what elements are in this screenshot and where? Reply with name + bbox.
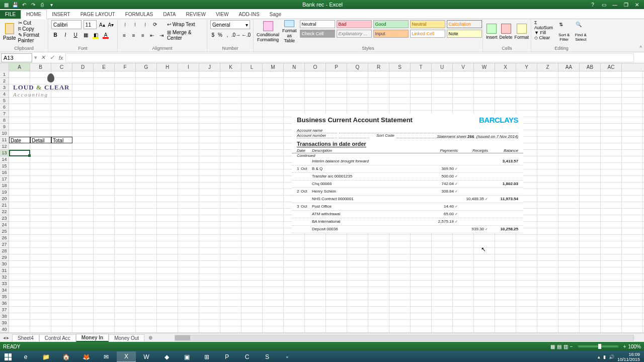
col-header-G[interactable]: G bbox=[136, 63, 157, 71]
taskbar-app2-icon[interactable]: ▣ bbox=[177, 351, 196, 362]
taskbar-skype-icon[interactable]: S bbox=[258, 351, 277, 362]
tab-view[interactable]: VIEW bbox=[211, 10, 234, 19]
format-painter-button[interactable]: ✎ Format Painter bbox=[18, 32, 45, 43]
col-header-Q[interactable]: Q bbox=[347, 63, 368, 71]
row-header-31[interactable]: 31 bbox=[0, 267, 9, 274]
taskbar-app1-icon[interactable]: ◆ bbox=[157, 351, 176, 362]
sheet-tab-money-out[interactable]: Money Out bbox=[109, 334, 144, 341]
help-icon[interactable]: ? bbox=[588, 1, 598, 9]
cells-area[interactable]: LOUD & CLEAR Accounting Date Detail Tota… bbox=[9, 71, 644, 333]
tab-page-layout[interactable]: PAGE LAYOUT bbox=[75, 10, 120, 19]
row-header-4[interactable]: 4 bbox=[0, 91, 9, 98]
row-header-32[interactable]: 32 bbox=[0, 274, 9, 281]
cell-C11[interactable]: Total bbox=[51, 137, 72, 143]
row-header-28[interactable]: 28 bbox=[0, 248, 9, 254]
row-header-23[interactable]: 23 bbox=[0, 215, 9, 222]
print-icon[interactable]: ⎙ bbox=[38, 1, 46, 9]
align-left-icon[interactable]: ≡ bbox=[121, 31, 128, 39]
col-header-A[interactable]: A bbox=[9, 63, 30, 71]
horizontal-scrollbar[interactable] bbox=[175, 335, 634, 341]
col-header-L[interactable]: L bbox=[242, 63, 263, 71]
name-box[interactable]: A13 bbox=[1, 53, 32, 62]
tray-network-icon[interactable]: ▮ bbox=[603, 354, 606, 359]
start-button[interactable] bbox=[1, 351, 15, 362]
row-header-8[interactable]: 8 bbox=[0, 117, 9, 124]
formula-input[interactable] bbox=[65, 53, 634, 62]
row-header-36[interactable]: 36 bbox=[0, 300, 9, 307]
row-header-35[interactable]: 35 bbox=[0, 294, 9, 300]
align-right-icon[interactable]: ≡ bbox=[139, 31, 146, 39]
col-header-P[interactable]: P bbox=[326, 63, 347, 71]
tab-addins[interactable]: ADD-INS bbox=[233, 10, 264, 19]
row-header-19[interactable]: 19 bbox=[0, 189, 9, 196]
page-break-view-icon[interactable]: ▥ bbox=[564, 344, 568, 349]
normal-view-icon[interactable]: ▦ bbox=[550, 344, 555, 349]
tab-insert[interactable]: INSERT bbox=[47, 10, 75, 19]
add-sheet-button[interactable]: ⊕ bbox=[146, 335, 154, 340]
percent-format-icon[interactable]: % bbox=[217, 31, 222, 39]
sheet-nav-prev-icon[interactable]: ◂ bbox=[3, 335, 6, 340]
row-header-21[interactable]: 21 bbox=[0, 202, 9, 209]
row-header-15[interactable]: 15 bbox=[0, 163, 9, 169]
decrease-indent-icon[interactable]: ⇤ bbox=[148, 31, 155, 39]
decrease-font-icon[interactable]: A▾ bbox=[108, 21, 114, 29]
col-header-AA[interactable]: AA bbox=[558, 63, 580, 71]
col-header-N[interactable]: N bbox=[284, 63, 305, 71]
row-header-37[interactable]: 37 bbox=[0, 307, 9, 313]
sheet-nav-next-icon[interactable]: ▸ bbox=[7, 335, 9, 340]
col-header-Z[interactable]: Z bbox=[537, 63, 558, 71]
row-header-12[interactable]: 12 bbox=[0, 143, 9, 150]
worksheet-grid[interactable]: A document.write(['B','C','D','E','F','G… bbox=[0, 63, 644, 333]
taskbar-explorer-icon[interactable]: 📁 bbox=[36, 351, 55, 362]
clear-button[interactable]: ◇ Clear bbox=[534, 35, 555, 40]
col-header-I[interactable]: I bbox=[178, 63, 199, 71]
col-header-V[interactable]: V bbox=[453, 63, 474, 71]
merge-center-button[interactable]: ⊞ Merge & Center bbox=[167, 30, 204, 41]
row-header-25[interactable]: 25 bbox=[0, 228, 9, 235]
tab-review[interactable]: REVIEW bbox=[181, 10, 210, 19]
paste-button[interactable]: Paste bbox=[3, 20, 16, 43]
col-header-W[interactable]: W bbox=[474, 63, 495, 71]
row-header-5[interactable]: 5 bbox=[0, 98, 9, 104]
row-header-26[interactable]: 26 bbox=[0, 235, 9, 241]
increase-decimal-icon[interactable]: .0→ bbox=[232, 31, 240, 39]
col-header-X[interactable]: X bbox=[495, 63, 516, 71]
tab-sage[interactable]: Sage bbox=[265, 10, 286, 19]
tray-chevron-icon[interactable]: ▴ bbox=[598, 354, 600, 359]
bank-statement-image[interactable]: Business Current Account Statement BARCL… bbox=[292, 114, 523, 233]
col-header-E[interactable]: E bbox=[94, 63, 115, 71]
wrap-text-button[interactable]: ↩ Wrap Text bbox=[167, 22, 195, 27]
row-header-9[interactable]: 9 bbox=[0, 124, 9, 130]
style-normal[interactable]: Neutral bbox=[300, 20, 335, 28]
fx-icon[interactable]: fx bbox=[56, 53, 65, 62]
system-tray[interactable]: ▴ ▮ 🔊 16:09 10/11/2015 bbox=[598, 352, 643, 362]
align-center-icon[interactable]: ≡ bbox=[130, 31, 137, 39]
style-check-cell[interactable]: Check Cell bbox=[300, 30, 335, 38]
delete-cells-button[interactable]: Delete bbox=[500, 20, 513, 43]
style-input[interactable]: Input bbox=[373, 30, 409, 38]
zoom-slider[interactable] bbox=[578, 345, 618, 347]
underline-button[interactable]: U bbox=[71, 31, 79, 39]
row-header-34[interactable]: 34 bbox=[0, 287, 9, 294]
zoom-level[interactable]: 100% bbox=[628, 344, 641, 349]
row-header-13[interactable]: 13 bbox=[0, 150, 9, 156]
undo-icon[interactable]: ↶ bbox=[20, 1, 28, 9]
taskbar-app5-icon[interactable]: ▫ bbox=[278, 351, 297, 362]
col-header-R[interactable]: R bbox=[368, 63, 389, 71]
cell-B11[interactable]: Detail bbox=[30, 137, 51, 143]
font-color-button[interactable]: A bbox=[102, 31, 110, 39]
italic-button[interactable]: I bbox=[61, 31, 69, 39]
zoom-out-icon[interactable]: − bbox=[570, 344, 573, 349]
style-linked-cell[interactable]: Linked Cell bbox=[410, 30, 445, 38]
accounting-format-icon[interactable]: $ bbox=[210, 31, 215, 39]
style-note[interactable]: Note bbox=[447, 30, 482, 38]
find-select-button[interactable]: 🔍Find & Select bbox=[573, 20, 589, 43]
row-header-39[interactable]: 39 bbox=[0, 320, 9, 326]
row-header-14[interactable]: 14 bbox=[0, 156, 9, 163]
fill-button[interactable]: ▼ Fill bbox=[534, 30, 555, 35]
col-header-D[interactable]: D bbox=[72, 63, 94, 71]
cut-button[interactable]: ✂ Cut bbox=[18, 20, 45, 26]
taskbar-ie-icon[interactable]: e bbox=[16, 351, 35, 362]
row-header-30[interactable]: 30 bbox=[0, 261, 9, 267]
row-header-3[interactable]: 3 bbox=[0, 84, 9, 91]
